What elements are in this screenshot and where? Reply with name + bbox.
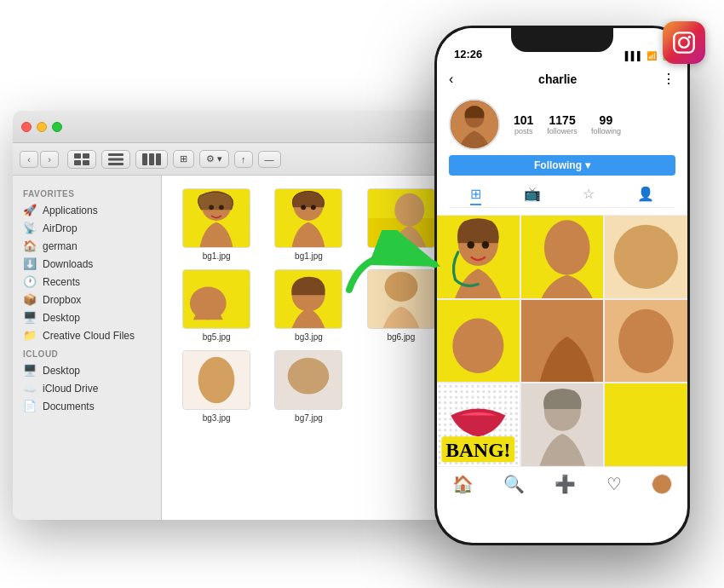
svg-point-13 <box>219 205 224 210</box>
favorites-section-title: Favorites <box>13 184 161 201</box>
icon-view-button[interactable] <box>67 150 96 169</box>
posts-label: posts <box>514 127 533 135</box>
creative-cloud-icon: 📁 <box>23 329 37 342</box>
svg-point-34 <box>688 36 692 39</box>
home-icon[interactable]: 🏠 <box>452 474 474 494</box>
file-name: bg1.jpg <box>295 251 323 261</box>
grid-cell-9[interactable] <box>605 383 687 466</box>
ig-grid: BANG! <box>437 216 687 466</box>
heart-icon[interactable]: ♡ <box>606 474 622 494</box>
column-view-button[interactable] <box>135 150 168 169</box>
svg-rect-0 <box>74 153 81 159</box>
svg-rect-2 <box>74 160 81 165</box>
grid-cell-1[interactable] <box>437 216 520 298</box>
follow-button[interactable]: Following ▾ <box>449 155 675 176</box>
file-item[interactable]: bg1.jpg <box>267 188 350 261</box>
more-icon[interactable]: ⋮ <box>662 71 675 87</box>
arrange-button[interactable]: ⚙ ▾ <box>199 150 229 168</box>
file-thumbnail <box>182 269 250 329</box>
svg-point-16 <box>302 205 307 210</box>
person-tab[interactable]: 👤 <box>637 186 654 205</box>
sidebar-item-icloud-desktop[interactable]: 🖥️ Desktop <box>13 361 161 379</box>
applications-icon: 🚀 <box>23 204 37 216</box>
ig-profile-info: 101 posts 1175 followers 99 following <box>449 92 675 155</box>
finder-toolbar: ‹ › ⊞ ⚙ ▾ ↑ — <box>13 143 456 176</box>
gallery-view-button[interactable]: ⊞ <box>173 150 194 168</box>
minimize-button[interactable] <box>37 122 47 132</box>
ig-stat-followers: 1175 followers <box>547 113 577 135</box>
finder-content: bg1.jpg bg1.jpg <box>162 176 456 520</box>
sidebar-item-dropbox[interactable]: 📦 Dropbox <box>13 291 161 308</box>
sidebar-item-icloud-drive[interactable]: ☁️ iCloud Drive <box>13 379 161 397</box>
tags-button[interactable]: — <box>258 151 281 168</box>
sidebar-item-documents[interactable]: 📄 Documents <box>13 397 161 415</box>
file-name: bg7.jpg <box>295 413 323 423</box>
forward-button[interactable]: › <box>40 151 59 168</box>
airdrop-icon: 📡 <box>23 222 37 234</box>
grid-cell-6[interactable] <box>605 300 687 383</box>
icloud-desktop-icon: 🖥️ <box>23 364 37 377</box>
file-item[interactable]: bg3.jpg <box>267 269 350 342</box>
list-view-button[interactable] <box>101 150 130 169</box>
followers-count: 1175 <box>547 113 577 127</box>
svg-point-30 <box>288 358 330 395</box>
finder-titlebar <box>13 111 456 143</box>
phone-notch <box>511 28 613 52</box>
instagram-logo <box>663 21 705 64</box>
sidebar-item-creative-cloud[interactable]: 📁 Creative Cloud Files <box>13 326 161 344</box>
svg-rect-57 <box>605 383 687 466</box>
tv-tab[interactable]: 📺 <box>524 186 541 205</box>
icloud-drive-icon: ☁️ <box>23 382 37 395</box>
file-item[interactable]: bg1.jpg <box>175 188 258 261</box>
documents-label: Documents <box>43 401 95 412</box>
applications-label: Applications <box>43 205 98 216</box>
svg-rect-1 <box>83 153 89 159</box>
close-button[interactable] <box>21 122 32 132</box>
sidebar-item-desktop[interactable]: 🖥️ Desktop <box>13 308 161 326</box>
grid-cell-3[interactable] <box>605 216 687 298</box>
file-thumbnail <box>182 350 250 410</box>
search-icon[interactable]: 🔍 <box>503 474 525 494</box>
sidebar-item-applications[interactable]: 🚀 Applications <box>13 201 161 219</box>
svg-rect-3 <box>83 160 89 165</box>
grid-cell-5[interactable] <box>521 300 604 383</box>
maximize-button[interactable] <box>52 122 62 132</box>
recents-icon: 🕐 <box>23 275 37 288</box>
svg-point-33 <box>679 37 689 48</box>
grid-tab[interactable]: ⊞ <box>470 186 481 205</box>
svg-point-28 <box>198 357 235 403</box>
finder-window: ‹ › ⊞ ⚙ ▾ ↑ — Favorites 🚀 <box>13 111 456 520</box>
svg-rect-8 <box>149 153 154 165</box>
dropbox-label: Dropbox <box>43 294 81 306</box>
wifi-icon: 📶 <box>646 51 657 61</box>
ig-stat-following: 99 following <box>591 113 621 135</box>
file-thumbnail <box>182 188 250 248</box>
grid-cell-2[interactable] <box>521 216 604 298</box>
file-thumbnail <box>274 350 342 410</box>
grid-cell-7[interactable]: BANG! <box>437 383 520 466</box>
ig-nav: ‹ charlie ⋮ <box>449 66 675 92</box>
sidebar-item-recents[interactable]: 🕐 Recents <box>13 273 161 291</box>
sidebar-item-downloads[interactable]: ⬇️ Downloads <box>13 255 161 273</box>
phone-inner: 12:26 ▌▌▌ 📶 🔋 ‹ charlie ⋮ <box>437 28 687 543</box>
svg-rect-4 <box>108 153 124 156</box>
following-label: following <box>591 127 621 135</box>
profile-icon[interactable] <box>652 474 672 494</box>
grid-cell-8[interactable] <box>521 383 604 466</box>
file-item[interactable]: bg5.jpg <box>175 269 258 342</box>
signal-icon: ▌▌▌ <box>625 51 643 61</box>
phone-outer: 12:26 ▌▌▌ 📶 🔋 ‹ charlie ⋮ <box>434 26 690 545</box>
file-item[interactable]: bg3.jpg <box>175 350 258 423</box>
phone-bottom-bar: 🏠 🔍 ➕ ♡ <box>437 466 687 504</box>
sidebar-item-airdrop[interactable]: 📡 AirDrop <box>13 219 161 237</box>
svg-point-40 <box>482 241 490 249</box>
svg-point-58 <box>652 475 672 494</box>
svg-point-20 <box>394 193 424 227</box>
share-button[interactable]: ↑ <box>234 151 253 168</box>
grid-cell-4[interactable] <box>437 300 520 383</box>
sidebar-item-german[interactable]: 🏠 german <box>13 237 161 255</box>
add-icon[interactable]: ➕ <box>554 474 576 494</box>
tag-tab[interactable]: ☆ <box>583 186 595 205</box>
file-item[interactable]: bg7.jpg <box>267 350 350 423</box>
back-button[interactable]: ‹ <box>20 151 38 168</box>
